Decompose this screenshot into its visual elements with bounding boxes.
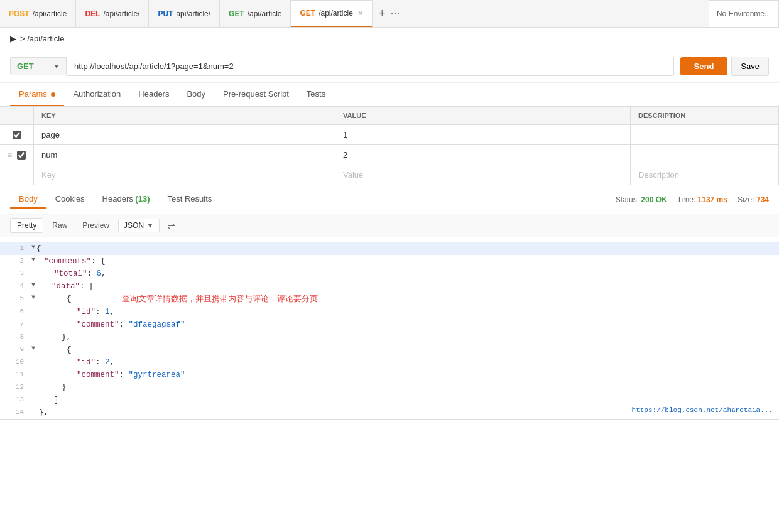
time-value: 1137 ms <box>698 195 727 204</box>
format-bar: Pretty Raw Preview JSON ▼ ⇌ <box>0 214 779 237</box>
placeholder-key[interactable]: Key <box>34 165 335 185</box>
breadcrumb-arrow: ▶ <box>10 34 16 43</box>
bottom-link[interactable]: https://blog.csdn.net/aharctaia... <box>626 403 779 419</box>
row2-checkbox[interactable] <box>17 151 26 160</box>
row1-check-cell <box>0 125 34 145</box>
row2-key-cell: num <box>34 145 335 165</box>
json-viewer[interactable]: 1 ▼ { 2 ▼ "comments": { 3 "total": 6, 4 … <box>0 237 779 420</box>
json-comment: 查询文章详情数据，并且携带内容与评论，评论要分页 <box>122 293 318 306</box>
method-badge-del: DEL <box>85 9 100 18</box>
fmt-preview-label: Preview <box>82 221 109 230</box>
method-badge-get5: GET <box>300 9 315 18</box>
format-type-select[interactable]: JSON ▼ <box>118 219 160 232</box>
json-line-5: 5 ▼ { 查询文章详情数据，并且携带内容与评论，评论要分页 <box>0 293 779 306</box>
status-value: 200 OK <box>641 195 667 204</box>
resp-tab-body[interactable]: Body <box>10 190 46 209</box>
chevron-down-icon: ▼ <box>53 63 60 70</box>
placeholder-key-text: Key <box>41 170 55 180</box>
resp-tab-test-results[interactable]: Test Results <box>158 190 221 209</box>
placeholder-value[interactable]: Value <box>335 165 631 185</box>
tab-authorization[interactable]: Authorization <box>64 83 129 106</box>
col-key: KEY <box>34 107 335 125</box>
tab-path-5: /api/article <box>319 9 353 18</box>
add-tab-icon[interactable]: + <box>379 7 386 20</box>
tab-get-article-4[interactable]: GET /api/article <box>220 0 291 28</box>
tab-params[interactable]: Params <box>10 83 64 106</box>
tab-actions: + ··· <box>373 7 406 20</box>
tab-tests-label: Tests <box>307 89 325 99</box>
more-tabs-icon[interactable]: ··· <box>391 7 400 20</box>
fmt-pretty-label: Pretty <box>17 221 36 230</box>
row2-val-value: 2 <box>343 150 347 160</box>
json-line-8: 8 }, <box>0 331 779 344</box>
placeholder-check <box>0 165 34 185</box>
fmt-raw-label: Raw <box>52 221 67 230</box>
wrap-text-icon[interactable]: ⇌ <box>167 220 175 232</box>
tab-path-4: /api/article <box>248 9 282 18</box>
tab-tests[interactable]: Tests <box>298 83 334 106</box>
fmt-tab-pretty[interactable]: Pretty <box>10 218 43 233</box>
tab-pre-request[interactable]: Pre-request Script <box>214 83 298 106</box>
tab-body[interactable]: Body <box>178 83 214 106</box>
size-value: 734 <box>756 195 769 204</box>
tab-body-label: Body <box>187 89 205 99</box>
resp-tab-cookies[interactable]: Cookies <box>46 190 94 209</box>
row1-key-value: page <box>41 130 60 139</box>
tab-get-article-5-active[interactable]: GET /api/article × <box>291 0 373 28</box>
col-value: VALUE <box>335 107 631 125</box>
row1-val-cell: 1 <box>335 125 631 145</box>
selected-method-label: GET <box>17 62 34 71</box>
save-button[interactable]: Save <box>731 57 769 76</box>
row2-check-cell: ≡ <box>0 145 34 165</box>
send-button[interactable]: Send <box>680 57 728 75</box>
breadcrumb-path: > /api/article <box>20 34 64 43</box>
table-row: ≡ num 2 <box>0 145 779 165</box>
json-line-7: 7 "comment": "dfaegagsaf" <box>0 318 779 331</box>
json-line-1: 1 ▼ { <box>0 242 779 255</box>
fmt-tab-preview[interactable]: Preview <box>76 219 116 232</box>
row1-checkbox[interactable] <box>13 131 21 139</box>
json-line-9: 9 ▼ { <box>0 344 779 356</box>
tab-path-2: /api/article/ <box>103 9 139 18</box>
tab-put-article[interactable]: PUT api/article/ <box>149 0 220 28</box>
json-line-3: 3 "total": 6, <box>0 268 779 280</box>
json-line-6: 6 "id": 1, <box>0 306 779 318</box>
method-select[interactable]: GET ▼ <box>10 57 67 75</box>
breadcrumb: ▶ > /api/article <box>0 28 779 50</box>
placeholder-desc-text: Description <box>638 170 679 180</box>
request-tabs: Params Authorization Headers Body Pre-re… <box>0 83 779 107</box>
params-dot <box>51 92 55 97</box>
table-row-placeholder: Key Value Description <box>0 165 779 185</box>
no-environment[interactable]: No Environme... <box>709 0 779 28</box>
tab-params-label: Params <box>19 89 47 99</box>
response-header: Body Cookies Headers (13) Test Results S… <box>0 185 779 214</box>
fmt-tab-raw[interactable]: Raw <box>46 219 74 232</box>
chevron-down-icon: ▼ <box>146 221 154 230</box>
resp-headers-label: Headers (13) <box>102 194 150 204</box>
json-line-12: 12 } <box>0 381 779 394</box>
drag-handle-icon: ≡ <box>8 151 12 160</box>
time-label: Time: 1137 ms <box>677 195 727 204</box>
tab-headers[interactable]: Headers <box>129 83 178 106</box>
resp-tab-headers[interactable]: Headers (13) <box>94 190 159 209</box>
row2-val-cell: 2 <box>335 145 631 165</box>
close-icon[interactable]: × <box>358 8 363 18</box>
tab-post-article[interactable]: POST /api/article <box>0 0 76 28</box>
format-type-label: JSON <box>124 221 144 230</box>
tab-authorization-label: Authorization <box>73 89 121 99</box>
tab-del-article[interactable]: DEL /api/article/ <box>76 0 149 28</box>
params-table: KEY VALUE DESCRIPTION page 1 ≡ num <box>0 107 779 185</box>
method-badge-post: POST <box>9 9 30 18</box>
size-label: Size: 734 <box>738 195 769 204</box>
url-input[interactable] <box>67 57 674 76</box>
tab-path-1: /api/article <box>33 9 67 18</box>
col-description: DESCRIPTION <box>631 107 779 125</box>
json-line-10: 10 "id": 2, <box>0 356 779 369</box>
tab-headers-label: Headers <box>138 89 169 99</box>
placeholder-description[interactable]: Description <box>631 165 779 185</box>
resp-test-label: Test Results <box>167 194 212 204</box>
resp-body-label: Body <box>19 194 38 204</box>
expand-arrow-icon[interactable]: ▼ <box>31 242 35 255</box>
json-line-2: 2 ▼ "comments": { <box>0 255 779 268</box>
tab-prerequest-label: Pre-request Script <box>223 89 289 99</box>
